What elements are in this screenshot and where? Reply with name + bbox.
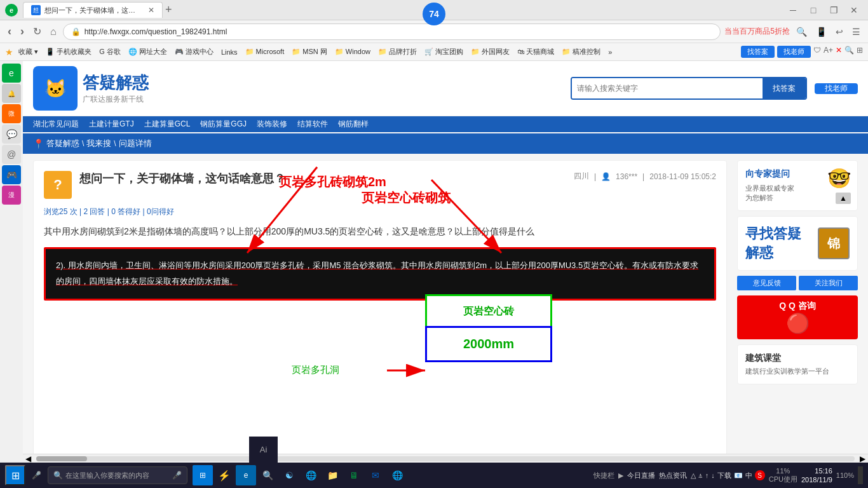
search-btn[interactable]: 找答案: [763, 78, 806, 98]
taskbar-app-browser[interactable]: e: [236, 465, 256, 485]
bookmark-brand[interactable]: 📁 品牌打折: [376, 46, 419, 58]
bookmark-more[interactable]: »: [606, 47, 614, 57]
menu-icon[interactable]: ☰: [850, 25, 863, 38]
site-header: 🐱 答疑解惑 广联达服务新干线 找答案 找老师: [23, 61, 868, 116]
address-bar[interactable]: 🔒 http://e.fwxgx.com/question_1982491.ht…: [63, 24, 721, 40]
taskbar-app-ie2[interactable]: 🌐: [387, 465, 407, 485]
url-text: http://e.fwxgx.com/question_1982491.html: [85, 27, 713, 36]
maximize-button[interactable]: □: [804, 1, 822, 19]
today-live-icon[interactable]: ▶: [618, 471, 623, 480]
scroll-left-arrow[interactable]: ◀: [23, 454, 34, 463]
tray-up-arrow: △: [691, 471, 696, 480]
taskbar-app-3[interactable]: ☯: [279, 465, 299, 485]
sidebar-icon-chat[interactable]: 💬: [2, 125, 21, 144]
right-arrow-svg: [387, 361, 431, 380]
mobile-icon[interactable]: 📱: [813, 25, 829, 38]
nav-gcl[interactable]: 土建算量GCL: [144, 119, 191, 130]
horizontal-scrollbar[interactable]: ◀ ▶: [23, 454, 868, 463]
scrollbar-thumb[interactable]: [36, 456, 87, 461]
teacher-btn-bar[interactable]: 找老师: [777, 46, 811, 58]
scrollbar-track[interactable]: [36, 456, 855, 461]
app1-icon: ⊞: [200, 471, 206, 480]
forward-button[interactable]: ›: [18, 24, 27, 39]
lock-icon: 🔒: [71, 27, 81, 36]
sys-tray: △ ⍋ ↑ ↓ 下载 📧 中 S: [691, 470, 765, 480]
close-button[interactable]: ✕: [845, 1, 863, 19]
highlight-box: 2). 用水房间内墙，卫生间、淋浴间等用水房间采用200厚页岩多孔砖，采用M5 …: [44, 247, 716, 300]
bookmark-taobao[interactable]: 🛒 淘宝团购: [422, 46, 466, 58]
nav-gtj[interactable]: 土建计量GTJ: [89, 119, 134, 130]
tray-s-icon: S: [755, 470, 765, 480]
bookmark-google[interactable]: G 谷歌: [97, 46, 123, 58]
show-desktop-btn[interactable]: [858, 466, 863, 484]
sidebar-icon-mail[interactable]: @: [2, 145, 21, 164]
browser-titlebar: e 想 想问一下，关于砌体墙，这句话... ✕ + 74 ─ □ ❐ ✕: [0, 0, 868, 20]
sidebar-icon-game[interactable]: 🎮: [2, 165, 21, 184]
tab-title: 想问一下，关于砌体墙，这句话...: [44, 6, 142, 15]
teacher-btn[interactable]: 找老师: [815, 83, 858, 94]
bookmark-collections[interactable]: 收藏 ▾: [16, 46, 41, 58]
taskbar-search-mic[interactable]: 🎤: [28, 470, 45, 481]
browser-tab[interactable]: 想 想问一下，关于砌体墙，这句话... ✕: [23, 2, 163, 18]
bookmark-games[interactable]: 🎮 游戏中心: [172, 46, 216, 58]
course-sub: 建筑行业实训教学第一平台: [745, 367, 850, 376]
scroll-right-arrow[interactable]: ▶: [857, 454, 868, 463]
sidebar-icon-manga[interactable]: 漫: [2, 186, 21, 205]
taskbar-search-bar[interactable]: 🔍 在这里输入你要搜索的内容 🎤: [48, 466, 187, 484]
taskbar-app-ie[interactable]: 🌐: [301, 465, 321, 485]
bookmark-tmall[interactable]: 🛍 天猫商城: [515, 46, 557, 58]
highlighted-text: 2). 用水房间内墙，卫生间、淋浴间等用水房间采用200厚页岩多孔砖，采用M5 …: [56, 261, 698, 286]
breadcrumb-sep2: \: [114, 139, 116, 148]
breadcrumb-search[interactable]: 我来搜: [86, 138, 111, 149]
refresh-button[interactable]: ↻: [31, 24, 44, 39]
search-icon[interactable]: 🔍: [794, 25, 810, 38]
tab-close-button[interactable]: ✕: [148, 6, 154, 15]
qq-btn[interactable]: Q Q 咨询 🔴: [737, 295, 858, 339]
logo-mascot: 🐱: [33, 66, 78, 111]
home-button[interactable]: ⌂: [48, 25, 59, 39]
left-sidebar: e 🔔 微 💬 @ 🎮 漫: [0, 61, 23, 455]
feedback-btn[interactable]: 意见反馈: [737, 276, 796, 290]
breadcrumb-home[interactable]: 答疑解惑: [46, 138, 79, 149]
sidebar-icon-notification[interactable]: 🔔: [2, 84, 21, 103]
bookmark-microsoft[interactable]: 📁 Microsoft: [243, 46, 287, 57]
taskbar-app-monitor[interactable]: 🖥: [344, 465, 364, 485]
app-ie2-icon: 🌐: [392, 470, 403, 480]
bookmark-window[interactable]: 📁 Window: [332, 46, 373, 57]
action-links: 意见反馈 关注我们: [737, 276, 858, 290]
promo-text: 当当百万商品5折抢: [724, 26, 790, 37]
search-input[interactable]: [572, 78, 763, 98]
taskbar-app-1[interactable]: ⊞: [193, 465, 213, 485]
follow-btn[interactable]: 关注我们: [799, 276, 858, 290]
sidebar-icon-weibo[interactable]: 微: [2, 104, 21, 123]
nav-ggj[interactable]: 钢筋算量GGJ: [200, 119, 247, 130]
restore-button[interactable]: ❐: [825, 1, 843, 19]
nav-hubei[interactable]: 湖北常见问题: [33, 119, 79, 130]
back-button[interactable]: ‹: [5, 24, 14, 39]
nav-decor[interactable]: 装饰装修: [257, 119, 287, 130]
back-nav-icon[interactable]: ↩: [833, 25, 846, 38]
new-tab-button[interactable]: +: [165, 3, 172, 17]
breadcrumb-detail[interactable]: 问题详情: [119, 138, 152, 149]
nav-settle[interactable]: 结算软件: [297, 119, 328, 130]
sidebar-icon-e[interactable]: e: [2, 64, 21, 83]
taskbar-app-mail[interactable]: ✉: [365, 465, 386, 485]
taskbar-app-folder[interactable]: 📁: [322, 465, 342, 485]
search-btn-bar[interactable]: 找答案: [741, 46, 775, 58]
bookmark-mobile[interactable]: 📱 手机收藏夹: [43, 46, 94, 58]
taskbar-search-icon: 🔍: [53, 471, 63, 480]
bookmark-urls[interactable]: 🌐 网址大全: [126, 46, 170, 58]
toolbar-right: 当当百万商品5折抢 🔍 📱 ↩ ☰: [724, 25, 863, 38]
bookmark-control[interactable]: 📁 稿准控制: [559, 46, 603, 58]
question-body: 其中用水房间砌筑到2米是指砌体墙的高度吗？以上部分用200厚的MU3.5的页岩空…: [44, 224, 716, 240]
minimize-button[interactable]: ─: [784, 1, 802, 19]
taskbar-app-search[interactable]: 🔍: [257, 465, 278, 485]
start-button[interactable]: ⊞: [5, 465, 25, 485]
bookmark-foreign[interactable]: 📁 外国网友: [468, 46, 512, 58]
scroll-up-btn[interactable]: ▲: [836, 193, 851, 204]
bookmark-msn[interactable]: 📁 MSN 网: [289, 46, 330, 58]
taskbar-app-2[interactable]: ⚡: [214, 465, 234, 485]
body-text: 其中用水房间砌筑到2米是指砌体墙的高度吗？以上部分用200厚的MU3.5的页岩空…: [44, 226, 534, 236]
nav-rebar[interactable]: 钢筋翻样: [338, 119, 369, 130]
bookmark-links[interactable]: Links: [219, 47, 240, 57]
